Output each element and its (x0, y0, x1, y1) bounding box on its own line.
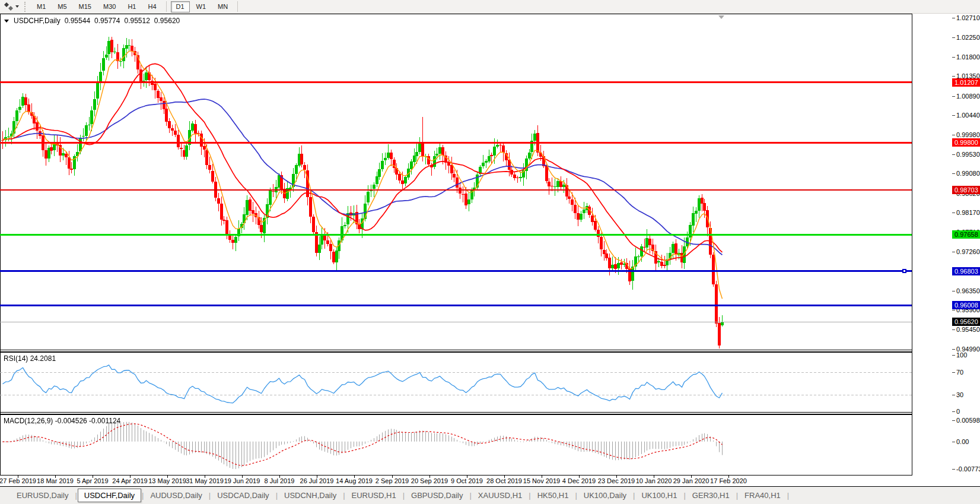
chart-tab-ger30-h1[interactable]: GER30,H1 (686, 489, 736, 502)
price-tick-label: 0.95450 (956, 325, 980, 334)
ohlc-high: 0.95774 (94, 17, 120, 25)
price-tick-label: 1.00890 (956, 92, 980, 100)
hline-resistance-098703[interactable] (0, 189, 912, 191)
level-price-badge: 0.96008 (952, 301, 980, 309)
hline-current-price-095620 (0, 322, 912, 322)
hline-drag-handle[interactable] (902, 269, 906, 273)
macd-tick-label: -0.007737 (956, 465, 980, 473)
chart-tab-audusd-daily[interactable]: AUDUSD,Daily (144, 489, 208, 502)
chart-tab-eurusd-daily[interactable]: EURUSD,Daily (11, 489, 74, 502)
ohlc-low: 0.95512 (124, 17, 149, 25)
time-axis[interactable]: 27 Feb 201918 Mar 20195 Apr 201924 Apr 2… (0, 476, 912, 486)
chart-tab-usdcad-daily[interactable]: USDCAD,Daily (211, 489, 275, 502)
rsi-tick-label: 70 (956, 368, 963, 376)
pane-separator[interactable] (0, 412, 912, 413)
price-axis[interactable]: 1.027101.022501.018001.013501.008901.004… (912, 14, 980, 476)
ohlc-open: 0.95544 (65, 17, 90, 25)
chart-menu-arrow-icon (4, 20, 9, 23)
rsi-indicator-label: RSI(14) 24.2081 (4, 354, 56, 363)
timeframe-toolbar: M1M5M15M30H1H4D1W1MN (0, 0, 980, 14)
timeframe-button-w1[interactable]: W1 (191, 1, 212, 12)
chart-tab-uk100-h1[interactable]: UK100,H1 (635, 489, 683, 502)
hline-resistance-101207[interactable] (0, 81, 912, 83)
timeframe-button-h1[interactable]: H1 (122, 1, 141, 12)
macd-main-value: -0.004526 (55, 417, 87, 425)
chart-tab-xauusd-h1[interactable]: XAUUSD,H1 (472, 489, 528, 502)
chart-tab-fra40-h1[interactable]: FRA40,H1 (739, 489, 787, 502)
toolbar-separator (166, 1, 167, 12)
timeframe-button-mn[interactable]: MN (212, 1, 233, 12)
price-tick-label: 0.99980 (956, 131, 980, 139)
chart-tab-gbpusd-daily[interactable]: GBPUSD,Daily (405, 489, 469, 502)
timeframe-button-m5[interactable]: M5 (52, 1, 72, 12)
pane-separator[interactable] (0, 350, 912, 350)
toolbar-grip (24, 2, 27, 12)
tab-divider: | (787, 491, 790, 500)
price-tick-label: 0.96350 (956, 287, 980, 295)
chart-title: USDCHF,Daily 0.95544 0.95774 0.95512 0.9… (4, 17, 180, 25)
price-tick-label: 0.99080 (956, 169, 980, 177)
price-chart-canvas[interactable] (0, 14, 912, 350)
price-tick-label: 1.00440 (956, 111, 980, 119)
current-price-badge: 0.95620 (952, 318, 980, 326)
level-price-badge: 0.99800 (952, 138, 980, 147)
rsi-tick-label: 100 (956, 351, 967, 359)
rsi-value: 24.2081 (30, 354, 56, 363)
level-price-badge: 0.98703 (952, 186, 980, 194)
date-label: 17 Feb 2020 (702, 477, 755, 484)
level-price-badge: 0.96803 (952, 267, 980, 275)
price-tick-label: 1.02250 (956, 33, 980, 42)
macd-signal-value: -0.001124 (89, 417, 120, 425)
macd-tick-label: 0.00 (956, 438, 969, 446)
level-price-badge: 1.01207 (952, 78, 980, 87)
last-bar-marker-icon (718, 15, 724, 19)
timeframe-button-m1[interactable]: M1 (31, 1, 51, 12)
macd-indicator-label: MACD(12,26,9) -0.004526 -0.001124 (4, 417, 120, 425)
macd-pane-canvas[interactable] (0, 415, 912, 475)
toolbar-separator (237, 1, 238, 12)
timeframe-button-d1[interactable]: D1 (171, 1, 190, 12)
macd-tick-label: 0.005986 (956, 416, 980, 424)
chart-tab-hk50-h1[interactable]: HK50,H1 (532, 489, 575, 502)
price-tick-label: 1.01800 (956, 53, 980, 61)
level-price-badge: 0.97658 (952, 230, 980, 239)
timeframe-button-m30[interactable]: M30 (98, 1, 121, 12)
price-tick-label: 0.98170 (956, 208, 980, 217)
rsi-tick-label: 30 (956, 391, 963, 399)
mt4-app: M1M5M15M30H1H4D1W1MN USDCHF,Daily 0.9554… (0, 0, 980, 504)
price-tick-label: 1.02710 (956, 14, 980, 22)
hline-support-097658[interactable] (0, 234, 912, 236)
timeframe-button-h4[interactable]: H4 (142, 1, 161, 12)
chart-tab-eurusd-h1[interactable]: EURUSD,H1 (346, 489, 402, 502)
chart-tab-usdcnh-daily[interactable]: USDCNH,Daily (278, 489, 342, 502)
hline-resistance-099800[interactable] (0, 142, 912, 144)
chart-tabs-bar: EURUSD,Daily|USDCHF,Daily|AUDUSD,Daily|U… (0, 487, 980, 504)
hline-support-096008[interactable] (0, 305, 912, 306)
rsi-tick-label: 0 (956, 407, 960, 416)
ohlc-close: 0.95620 (154, 17, 180, 25)
timeframe-buttons: M1M5M15M30H1H4D1W1MN (31, 1, 241, 12)
hline-support-096803[interactable] (0, 270, 912, 272)
chart-window: USDCHF,Daily 0.95544 0.95774 0.95512 0.9… (0, 14, 980, 487)
charts-arrange-icon (4, 2, 13, 11)
chart-tab-uk100-daily[interactable]: UK100,Daily (578, 489, 632, 502)
price-tick-label: 0.99530 (956, 150, 980, 159)
chart-tab-usdchf-daily[interactable]: USDCHF,Daily (78, 489, 141, 502)
rsi-pane-canvas[interactable] (0, 353, 912, 412)
timeframe-button-m15[interactable]: M15 (74, 1, 97, 12)
chevron-down-icon (15, 5, 19, 8)
charts-arrange-button[interactable] (2, 1, 21, 12)
price-tick-label: 0.97260 (956, 248, 980, 256)
symbol-period-label: USDCHF,Daily (14, 17, 61, 25)
